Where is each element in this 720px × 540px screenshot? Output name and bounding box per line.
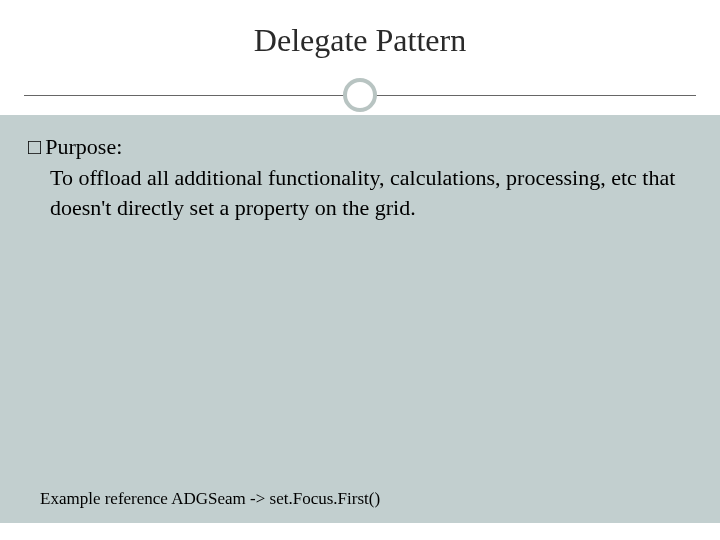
circle-ornament-icon xyxy=(343,78,377,112)
purpose-label: Purpose: xyxy=(45,133,122,161)
bullet-row: □ Purpose: xyxy=(28,133,692,161)
slide-title: Delegate Pattern xyxy=(0,22,720,59)
square-bullet-icon: □ xyxy=(28,133,41,161)
body-text: To offload all additional functionality,… xyxy=(28,163,692,223)
footer-reference: Example reference ADGSeam -> set.Focus.F… xyxy=(40,489,380,509)
title-rule xyxy=(0,75,720,115)
content-panel: □ Purpose: To offload all additional fun… xyxy=(0,115,720,523)
slide: Delegate Pattern □ Purpose: To offload a… xyxy=(0,0,720,540)
title-area: Delegate Pattern xyxy=(0,0,720,69)
